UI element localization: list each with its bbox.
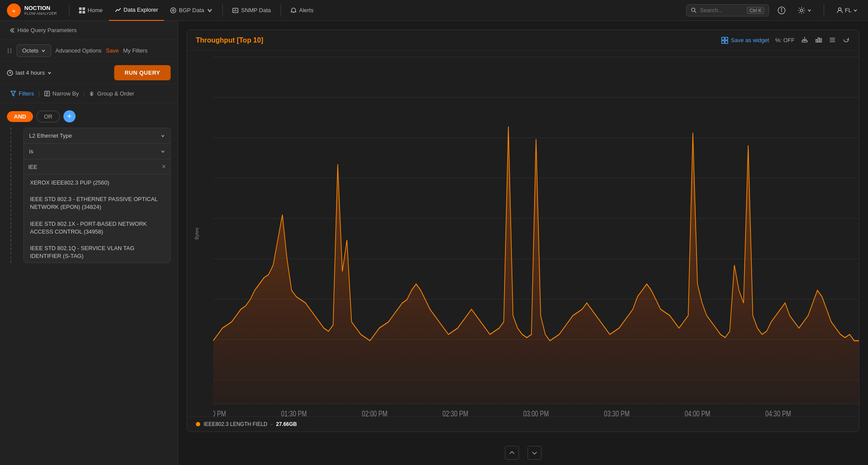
svg-point-13: [692, 8, 695, 12]
clear-search-button[interactable]: ×: [162, 163, 166, 171]
filter-op-dropdown[interactable]: is: [24, 144, 170, 159]
nav-data-explorer[interactable]: Data Explorer: [109, 0, 164, 21]
refresh-button[interactable]: [842, 36, 850, 44]
filter-card: L2 Ethernet Type is ×: [23, 128, 171, 263]
nav-bgp-data[interactable]: BGP Data: [164, 0, 219, 21]
svg-point-21: [10, 48, 12, 49]
svg-point-19: [838, 8, 841, 10]
search-input[interactable]: [700, 7, 743, 13]
nav-down-button[interactable]: [528, 446, 541, 460]
svg-rect-41: [820, 39, 822, 42]
chevron-left-icon: [9, 27, 15, 33]
chevron-up-icon: [509, 450, 515, 456]
list-item[interactable]: XEROX IEEE802.3 PUP (2560): [24, 175, 170, 191]
svg-rect-39: [816, 40, 817, 42]
bar-chart-button[interactable]: [815, 36, 822, 44]
svg-line-14: [695, 11, 696, 13]
logic-row: AND OR +: [7, 110, 171, 122]
svg-rect-33: [722, 37, 724, 40]
svg-rect-36: [725, 41, 728, 43]
svg-point-25: [10, 52, 12, 53]
and-button[interactable]: AND: [7, 111, 33, 122]
navbar: N NOCTION FLOW ANALYZER Home Data Explor…: [0, 0, 868, 21]
dropdown-list: XEROX IEEE802.3 PUP (2560) IEEE STD 802.…: [24, 175, 170, 263]
bgp-icon: [170, 7, 176, 13]
nav-snmp-data[interactable]: SNMP Data: [226, 0, 277, 21]
or-button[interactable]: OR: [36, 111, 60, 122]
widget-icon: [721, 37, 728, 44]
settings-button[interactable]: [794, 5, 815, 16]
logo: N NOCTION FLOW ANALYZER: [7, 3, 57, 17]
user-button[interactable]: FL: [833, 5, 861, 16]
export-button[interactable]: [801, 36, 809, 44]
filter-search-input[interactable]: [28, 164, 158, 170]
nav-separator: [69, 4, 69, 16]
svg-text:03:00 PM: 03:00 PM: [523, 409, 549, 416]
time-row: last 4 hours RUN QUERY: [0, 62, 178, 84]
group-order-tab[interactable]: Group & Order: [86, 89, 138, 99]
search-box[interactable]: Ctrl K: [686, 4, 769, 16]
nav-right: Ctrl K FL: [686, 4, 861, 16]
svg-text:01:00 PM: 01:00 PM: [213, 409, 226, 416]
svg-text:03:30 PM: 03:30 PM: [604, 409, 630, 416]
nav-separator-2: [222, 4, 223, 16]
right-panel: Throughput [Top 10] Save as widget %: OF…: [178, 21, 868, 465]
legend-value: 27.66GB: [276, 421, 297, 427]
filter-op-row: is: [24, 144, 170, 159]
narrow-by-tab[interactable]: Narrow By: [41, 89, 83, 99]
query-options-row: Octets Advanced Options Save My Filters: [0, 40, 178, 62]
snmp-icon: [232, 7, 238, 13]
svg-point-24: [8, 52, 9, 53]
advanced-options-link[interactable]: Advanced Options: [56, 47, 102, 54]
filter-nav-sep-2: |: [83, 90, 84, 97]
svg-text:04:30 PM: 04:30 PM: [766, 409, 791, 416]
info-icon: [778, 7, 785, 14]
list-item[interactable]: IEEE STD 802.1Q - SERVICE VLAN TAG IDENT…: [24, 240, 170, 263]
more-options-button[interactable]: [828, 36, 836, 44]
hide-params-button[interactable]: Hide Query Parameters: [0, 21, 178, 40]
main-layout: Hide Query Parameters Octets Advanced Op…: [0, 21, 868, 465]
grid-icon: [79, 7, 85, 13]
filter-field-dropdown[interactable]: L2 Ethernet Type: [24, 128, 170, 143]
filter-nav-sep-1: |: [38, 90, 40, 97]
bell-icon: [290, 7, 297, 13]
svg-text:04:00 PM: 04:00 PM: [685, 409, 710, 416]
user-icon: [836, 7, 843, 14]
drag-icon: [7, 48, 12, 54]
svg-text:02:00 PM: 02:00 PM: [362, 409, 387, 416]
chart-title: Throughput [Top 10]: [196, 36, 263, 44]
bottom-nav: [178, 441, 868, 465]
chart-toolbar: Save as widget %: OFF: [721, 36, 850, 44]
nav-alerts[interactable]: Alerts: [284, 0, 320, 21]
svg-rect-4: [79, 11, 82, 13]
y-axis-label: Bytes: [194, 228, 199, 240]
list-item[interactable]: IEEE STD 802.3 - ETHERNET PASSIVE OPTICA…: [24, 191, 170, 215]
my-filters-link[interactable]: My Filters: [123, 47, 147, 54]
save-widget-button[interactable]: Save as widget: [721, 37, 769, 44]
octets-dropdown[interactable]: Octets: [17, 44, 51, 57]
list-item[interactable]: IEEE STD 802.1X - PORT-BASED NETWORK ACC…: [24, 216, 170, 240]
nav-up-button[interactable]: [505, 446, 519, 460]
run-query-button[interactable]: RUN QUERY: [114, 65, 171, 80]
filter-section: AND OR + L2 Ethernet Type: [0, 103, 178, 270]
info-button[interactable]: [774, 5, 789, 16]
pct-toggle[interactable]: %: OFF: [775, 37, 795, 43]
svg-rect-40: [818, 38, 819, 42]
logo-text: NOCTION FLOW ANALYZER: [24, 5, 57, 16]
save-link[interactable]: Save: [106, 47, 119, 54]
chart-area: Bytes 450M 400M 350M: [187, 51, 859, 416]
time-range-button[interactable]: last 4 hours: [7, 69, 52, 76]
settings-icon: [798, 7, 805, 14]
svg-rect-2: [79, 7, 82, 10]
chart-container: Throughput [Top 10] Save as widget %: OF…: [187, 30, 859, 432]
narrow-icon: [44, 91, 50, 96]
add-filter-button[interactable]: +: [63, 110, 76, 122]
logo-icon: N: [7, 3, 21, 17]
nav-separator-4: [824, 4, 824, 16]
svg-point-23: [10, 50, 12, 51]
svg-point-7: [172, 10, 174, 11]
filters-tab[interactable]: Filters: [7, 89, 37, 99]
svg-point-22: [8, 50, 9, 51]
chevron-down-icon: [207, 7, 213, 13]
nav-home[interactable]: Home: [73, 0, 109, 21]
